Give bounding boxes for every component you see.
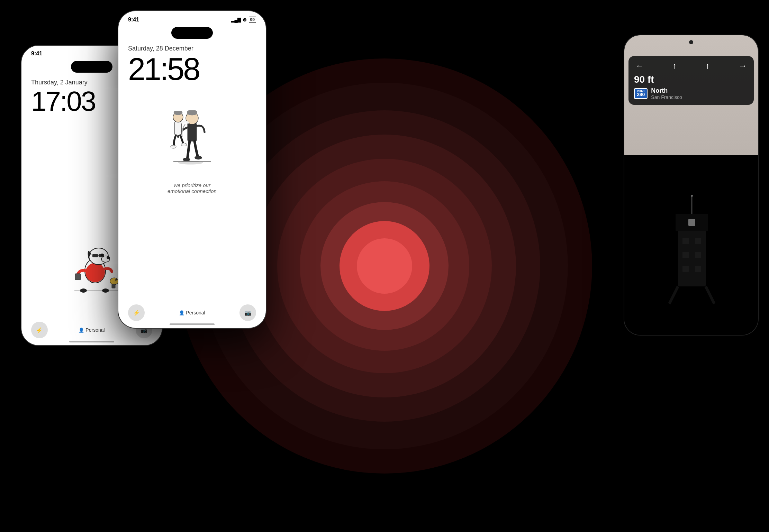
nav-route-text: North San Francisco <box>651 87 682 100</box>
dynamic-island-1 <box>71 61 112 73</box>
svg-point-28 <box>171 145 176 148</box>
couple-illustration-wrapper <box>118 92 266 179</box>
svg-rect-40 <box>682 252 689 258</box>
home-indicator-1 <box>69 341 114 342</box>
dynamic-island-2 <box>171 27 213 39</box>
wifi-icon-2: ⊛ <box>243 17 247 22</box>
svg-rect-42 <box>682 266 689 272</box>
time-display-1: 9:41 <box>31 51 42 57</box>
quote-text: we prioritize our emotional connection <box>118 179 266 198</box>
svg-rect-43 <box>695 266 701 272</box>
nav-route-info: INTER 280 North San Francisco <box>634 87 748 100</box>
nav-header: ← ↑ ↑ → 90 ft INTER 280 North San Franci… <box>628 56 754 105</box>
home-indicator-2 <box>170 323 215 325</box>
quote-line1: we prioritize our <box>129 182 255 188</box>
svg-point-37 <box>691 195 693 197</box>
arrow-straight-2: ↑ <box>706 61 710 71</box>
svg-point-1 <box>85 263 105 282</box>
svg-point-23 <box>194 156 202 159</box>
lockscreen-content-2: Saturday, 28 December 21:58 <box>118 42 266 88</box>
highway-badge-number: 280 <box>637 92 645 97</box>
dynamic-island-area-2 <box>118 23 266 42</box>
svg-rect-21 <box>187 110 197 115</box>
svg-rect-24 <box>175 121 182 136</box>
svg-point-32 <box>624 279 759 335</box>
status-bar-2: 9:41 ▂▄▇ ⊛ 99 <box>118 11 266 23</box>
svg-point-15 <box>116 279 117 280</box>
svg-rect-35 <box>688 219 695 226</box>
svg-rect-38 <box>682 238 689 244</box>
svg-rect-39 <box>695 238 701 244</box>
tower-svg <box>624 155 759 335</box>
nav-direction: North <box>651 87 682 94</box>
svg-point-11 <box>80 288 87 293</box>
svg-rect-16 <box>112 284 115 288</box>
svg-rect-7 <box>92 254 98 257</box>
personal-label-2: 👤 Personal <box>179 310 205 315</box>
nav-tower-scene <box>624 155 758 335</box>
nav-camera <box>689 40 693 44</box>
flashlight-button-1[interactable]: ⚡ <box>31 322 48 338</box>
arrow-right: → <box>739 61 747 71</box>
svg-rect-18 <box>188 123 197 141</box>
svg-rect-41 <box>695 252 701 258</box>
svg-point-4 <box>107 256 110 259</box>
svg-rect-6 <box>99 254 104 257</box>
main-container: 9:41 ▂▄▇ ⌘ 99 Thursday, 2 January 17:03 <box>0 0 769 532</box>
lock-time-2: 21:58 <box>128 54 256 85</box>
arrow-straight-1: ↑ <box>672 61 677 71</box>
flashlight-button-2[interactable]: ⚡ <box>128 304 145 321</box>
battery-icon-2: 99 <box>249 17 256 23</box>
camera-button-2[interactable]: 📷 <box>239 304 256 321</box>
highway-badge: INTER 280 <box>634 88 648 99</box>
personal-label-1: 👤 Personal <box>79 327 105 333</box>
nav-arrows-row: ← ↑ ↑ → <box>634 61 748 71</box>
phone-couple: 9:41 ▂▄▇ ⊛ 99 Saturday, 28 December 21:5… <box>118 10 266 329</box>
circle-9 <box>357 238 412 294</box>
couple-svg <box>161 92 223 179</box>
nav-street: San Francisco <box>651 94 682 100</box>
svg-point-13 <box>110 278 118 285</box>
svg-rect-10 <box>75 274 81 280</box>
svg-point-30 <box>178 161 203 165</box>
lock-date-2: Saturday, 28 December <box>128 45 256 52</box>
signal-icon-2: ▂▄▇ <box>231 17 240 22</box>
svg-rect-27 <box>174 111 182 114</box>
status-icons-2: ▂▄▇ ⊛ 99 <box>231 17 256 23</box>
time-display-2: 9:41 <box>128 17 139 23</box>
svg-point-29 <box>181 143 187 146</box>
phone-navigation: ← ↑ ↑ → 90 ft INTER 280 North San Franci… <box>624 35 759 336</box>
svg-point-12 <box>102 288 109 293</box>
nav-distance: 90 ft <box>634 74 748 85</box>
quote-line2: emotional connection <box>129 188 255 194</box>
svg-rect-33 <box>678 224 706 286</box>
arrow-back[interactable]: ← <box>635 61 644 71</box>
